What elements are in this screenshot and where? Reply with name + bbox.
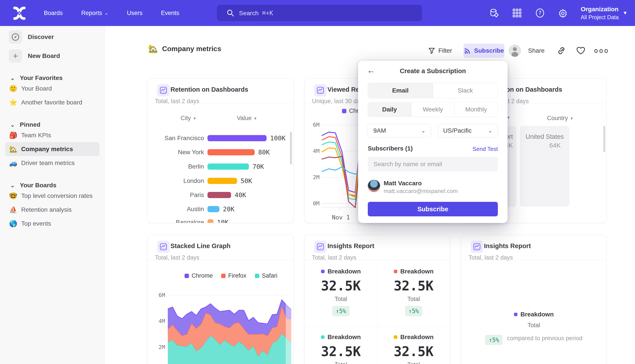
mixpanel-logo-icon[interactable] (12, 6, 27, 20)
table-row[interactable]: Austin20K (148, 205, 294, 214)
search-input[interactable]: Search ⌘+K (217, 5, 422, 21)
table-row[interactable]: London50K (148, 176, 294, 185)
value-bar (208, 219, 213, 223)
board-emoji: 🚙 (9, 159, 18, 167)
timezone-select[interactable]: US/Pacific⌄ (438, 124, 498, 138)
svg-text:0M: 0M (313, 200, 319, 207)
chevron-down-icon: ⌄ (421, 128, 425, 134)
tab-slack[interactable]: Slack (433, 83, 498, 98)
column-header-country[interactable]: Country▾ (547, 115, 573, 122)
subscriber-search-input[interactable]: Search by name or email (368, 157, 498, 172)
tab-email[interactable]: Email (368, 83, 433, 98)
org-name: Organization (581, 6, 619, 13)
sidebar-section-your-boards[interactable]: ⌄Your Boards (10, 182, 105, 189)
total-label: Total (334, 296, 347, 302)
scrollbar[interactable] (290, 132, 292, 164)
city-label: Paris (148, 192, 204, 198)
sidebar-item-top-level-conversion-rates[interactable]: 🤓Top level conversion rates (5, 189, 100, 203)
metric-value: 32.5K (321, 344, 361, 359)
subscribe-button[interactable]: Subscribe (463, 44, 504, 58)
svg-text:2M: 2M (313, 174, 319, 180)
send-test-link[interactable]: Send Test (472, 146, 498, 152)
more-options-icon[interactable]: ooo (594, 47, 609, 54)
chevron-down-icon: ⌄ (10, 182, 15, 189)
table-row[interactable]: Bangalore10K (148, 218, 294, 223)
sidebar-item-another-favorite-board[interactable]: ⭐Another favorite board (5, 96, 100, 109)
value-bar (208, 149, 255, 155)
value-label: 50K (241, 177, 252, 185)
compass-icon (9, 30, 22, 44)
value-label: 70K (252, 163, 264, 170)
breakdown-tile-united-states[interactable]: United States 64K (520, 126, 569, 207)
insights-quadrant[interactable]: Breakdown32.5KTotal (377, 334, 450, 364)
svg-text:?: ? (538, 10, 541, 16)
table-row[interactable]: Paris40K (148, 190, 294, 200)
sidebar-item-retention-analysis[interactable]: ⛵Retention analysis (5, 203, 100, 216)
sidebar-item-new-board[interactable]: + New Board (9, 49, 105, 62)
sidebar-item-driver-team-metrics[interactable]: 🚙Driver team metrics (5, 156, 100, 170)
filter-button[interactable]: Filter (428, 44, 452, 57)
help-icon[interactable]: ? (535, 8, 545, 18)
sidebar-section-your-favorites[interactable]: ⌄Your Favorites (10, 74, 105, 82)
board-emoji: 🤓 (9, 192, 18, 200)
insights-quadrant[interactable]: Breakdown32.5KTotal↑5% (377, 268, 450, 316)
sidebar-item-company-metrics[interactable]: 🏡Company metrics (5, 142, 100, 156)
total-label: Total (334, 361, 347, 364)
sidebar-item-top-events[interactable]: 🌎Top events (5, 216, 100, 230)
table-row[interactable]: San Francisco100K (148, 134, 294, 142)
settings-gear-icon[interactable] (558, 8, 568, 18)
tab-daily[interactable]: Daily (368, 102, 411, 116)
delta-badge: ↑5% (405, 306, 422, 316)
data-management-icon[interactable] (489, 8, 499, 18)
tab-monthly[interactable]: Monthly (454, 102, 498, 116)
table-row[interactable]: New York80K (148, 148, 294, 157)
favorite-heart-icon[interactable] (576, 46, 586, 56)
insights-summary: Breakdown Total ↑5% compared to previous… (461, 311, 606, 345)
breakdown-label: Breakdown (394, 334, 434, 341)
city-label: Bangalore (148, 219, 204, 223)
metric-value: 32.5K (394, 278, 434, 294)
copy-link-icon[interactable] (556, 46, 566, 56)
report-chart-icon (314, 240, 327, 253)
column-header-hidden[interactable]: ▾ (507, 115, 509, 120)
value-label: 80K (258, 148, 270, 156)
insights-quadrant[interactable]: Breakdown32.5KTotal↑5% (304, 268, 377, 316)
svg-text:6M: 6M (159, 292, 165, 298)
tab-weekly[interactable]: Weekly (411, 102, 454, 116)
card-title: Insights Report (327, 242, 374, 250)
time-select[interactable]: 9AM⌄ (368, 124, 431, 138)
card-retention-on-dashboards: Retention on Dashboards Total, last 2 da… (147, 78, 294, 223)
value-label: 20K (223, 205, 234, 213)
report-chart-icon (157, 240, 170, 253)
metric-value: 32.5K (321, 278, 361, 294)
chevron-down-icon: ⌄ (104, 10, 108, 16)
breakdown-label: Breakdown (321, 268, 361, 275)
apps-grid-icon[interactable] (512, 8, 522, 18)
card-stacked-line-graph: Stacked Line Graph Total, last 2 days Ch… (147, 235, 294, 364)
nav-link-boards[interactable]: Boards (44, 10, 63, 16)
sidebar-item-discover[interactable]: Discover (9, 30, 105, 44)
column-header-value[interactable]: Value▾ (237, 115, 256, 122)
nav-link-events[interactable]: Events (161, 10, 179, 16)
board-emoji: 🏡 (148, 44, 158, 53)
channel-tabs: EmailSlack (368, 83, 498, 98)
share-button[interactable]: Share (528, 44, 545, 57)
scrollbar[interactable] (603, 126, 605, 152)
avatar[interactable] (509, 44, 521, 57)
sidebar-section-pinned[interactable]: ⌄Pinned (10, 121, 105, 128)
org-switcher[interactable]: Organization All Project Data ▼ (581, 6, 627, 20)
modal-subscribe-button[interactable]: Subscribe (368, 202, 498, 216)
legend-swatch (321, 335, 325, 339)
sort-chevron-icon: ▾ (507, 115, 509, 120)
sidebar-item-team-kpis[interactable]: 🎒Team KPIs (5, 128, 100, 142)
card-insights-report-2: Insights Report Total, last 2 days Break… (461, 235, 606, 364)
new-board-label: New Board (28, 52, 60, 60)
total-label: Total (407, 296, 420, 302)
table-row[interactable]: Berlin70K (148, 162, 294, 171)
nav-link-users[interactable]: Users (127, 10, 143, 16)
nav-link-reports[interactable]: Reports⌄ (81, 10, 109, 16)
board-emoji: ⛵ (9, 206, 18, 214)
column-header-city[interactable]: City▾ (181, 115, 196, 122)
sidebar-item-your-board[interactable]: 🙂Your Board (5, 82, 100, 96)
insights-quadrant[interactable]: Breakdown32.5KTotal (304, 334, 377, 364)
